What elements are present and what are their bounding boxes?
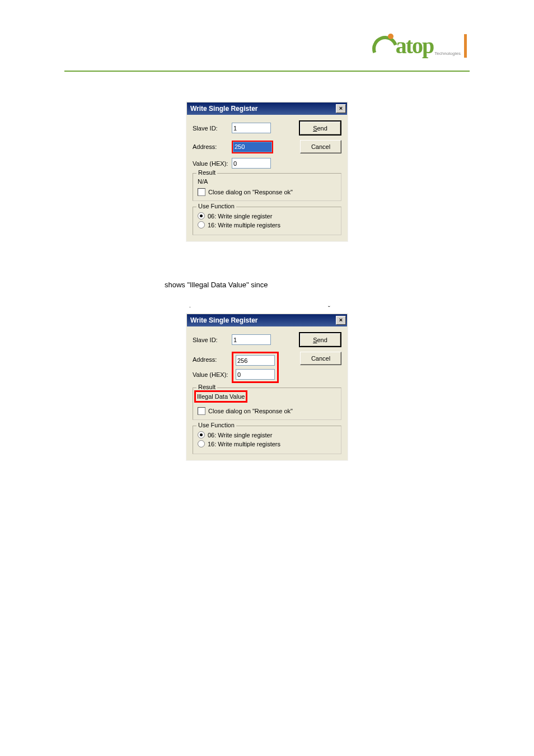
radio-fn16[interactable]: 16: Write multiple registers (198, 221, 336, 228)
cancel-button[interactable]: Cancel (300, 140, 341, 153)
radio-fn16-label: 16: Write multiple registers (208, 222, 280, 228)
value-hex-label: Value (HEX): (193, 160, 232, 167)
close-on-ok-label: Close dialog on "Response ok" (208, 408, 293, 414)
page-header: atop Technologies (0, 0, 534, 72)
address-input[interactable]: 250 (233, 142, 272, 152)
use-function-legend: Use Function (196, 422, 236, 428)
use-function-legend: Use Function (196, 203, 236, 209)
radio-circle[interactable] (198, 431, 205, 438)
dialog-titlebar[interactable]: Write Single Register × (187, 314, 347, 326)
send-button[interactable]: Send (299, 332, 341, 347)
dialog-write-single-register-1: Write Single Register × Slave ID: 1 Send… (186, 102, 348, 241)
address-input[interactable]: 256 (236, 355, 275, 366)
radio-fn06[interactable]: 06: Write single register (198, 431, 336, 438)
slave-id-input[interactable]: 1 (232, 123, 271, 133)
slave-id-label: Slave ID: (193, 125, 232, 132)
result-legend: Result (196, 384, 217, 390)
header-rule (64, 71, 470, 72)
value-hex-input[interactable]: 0 (236, 369, 275, 380)
radio-fn16-label: 16: Write multiple registers (208, 441, 280, 447)
close-on-ok-checkbox[interactable]: Close dialog on "Response ok" (198, 188, 336, 196)
result-fieldset: Result Illegal Data Value Close dialog o… (193, 388, 341, 420)
address-label: Address: (193, 143, 232, 150)
radio-circle[interactable] (198, 440, 205, 447)
dialog-title: Write Single Register (190, 316, 257, 324)
radio-fn06-label: 06: Write single register (208, 213, 272, 220)
checkbox-box[interactable] (198, 407, 205, 415)
dialog-titlebar[interactable]: Write Single Register × (187, 102, 347, 115)
dialog-write-single-register-2: Write Single Register × Slave ID: 1 Send… (186, 314, 348, 460)
result-fieldset: Result N/A Close dialog on "Response ok" (193, 173, 341, 201)
caption-text: shows "Illegal Data Value" since (165, 281, 534, 289)
close-on-ok-checkbox[interactable]: Close dialog on "Response ok" (198, 407, 336, 415)
slave-id-input[interactable]: 1 (232, 334, 271, 345)
logo-subtext: Technologies (434, 51, 461, 56)
use-function-fieldset: Use Function 06: Write single register 1… (193, 426, 341, 454)
result-legend: Result (196, 169, 217, 176)
close-icon[interactable]: × (336, 104, 346, 113)
dialog-title: Write Single Register (190, 105, 257, 113)
radio-circle[interactable] (198, 221, 205, 228)
checkbox-box[interactable] (198, 188, 205, 196)
logo-mark (374, 34, 395, 58)
value-hex-label: Value (HEX): (193, 371, 228, 378)
result-value: Illegal Data Value (197, 393, 245, 400)
radio-fn06-label: 06: Write single register (208, 432, 272, 438)
radio-circle[interactable] (198, 212, 205, 220)
address-label: Address: (193, 356, 217, 363)
radio-fn06[interactable]: 06: Write single register (198, 212, 336, 220)
slave-id-label: Slave ID: (193, 337, 232, 343)
cancel-button[interactable]: Cancel (300, 352, 341, 365)
close-icon[interactable]: × (336, 316, 346, 325)
send-button[interactable]: Send (299, 120, 341, 136)
result-value: N/A (198, 178, 336, 185)
logo: atop Technologies (374, 32, 467, 59)
logo-word: atop (396, 32, 434, 59)
close-on-ok-label: Close dialog on "Response ok" (208, 189, 293, 195)
value-hex-input[interactable]: 0 (232, 158, 271, 169)
use-function-fieldset: Use Function 06: Write single register 1… (193, 207, 341, 235)
logo-bar (464, 34, 467, 58)
crop-marks: ˙ ˘ (187, 302, 347, 315)
radio-fn16[interactable]: 16: Write multiple registers (198, 440, 336, 447)
